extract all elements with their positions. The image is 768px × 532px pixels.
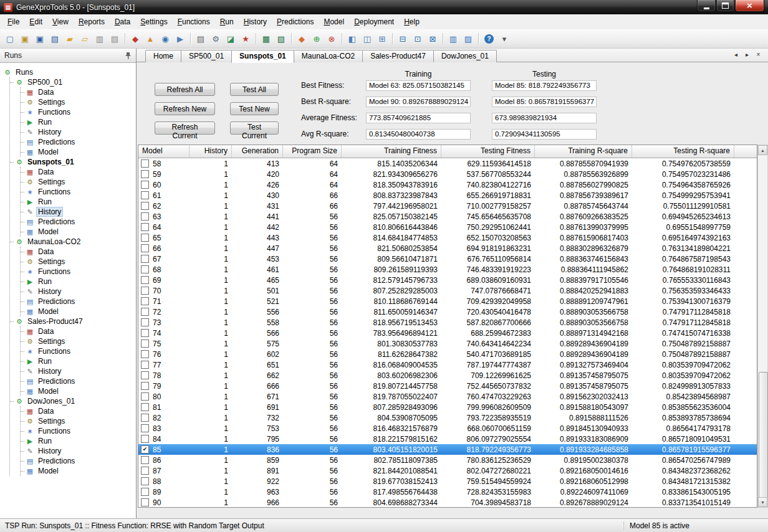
tree-run-sp500-01[interactable]: ⚙SP500_01: [10, 77, 136, 87]
model-checkbox-59[interactable]: [141, 170, 149, 178]
tree-item-dowjones-01-data[interactable]: ▦Data: [21, 406, 136, 416]
model-row-74[interactable]: 74156656783.956496894121688.259946723830…: [138, 328, 757, 338]
model-checkbox-74[interactable]: [141, 329, 149, 337]
tree-item-maunaloa-co2-model[interactable]: ▦Model: [21, 306, 136, 316]
model-row-71[interactable]: 71152156810.118686769144709.429392049958…: [138, 296, 757, 306]
grid-split-icon[interactable]: ◫: [360, 32, 374, 45]
model-row-68[interactable]: 68146156809.261589119393746.483391919223…: [138, 264, 757, 275]
menu-item-edit[interactable]: Edit: [24, 16, 47, 28]
model-checkbox-85[interactable]: ✔: [141, 445, 149, 454]
model-row-89[interactable]: 89196356817.498556764438728.824353155983…: [138, 487, 757, 497]
tree-item-maunaloa-co2-run[interactable]: ▶Run: [21, 277, 136, 287]
tree-run-dowjones-01[interactable]: ⚙DowJones_01: [10, 396, 136, 406]
column-header-generation[interactable]: Generation: [232, 145, 283, 158]
tab-dowjones-01[interactable]: DowJones_01: [433, 50, 497, 62]
deploy-icon[interactable]: ▶: [173, 32, 187, 45]
vertical-scrollbar[interactable]: ▲ ▼: [757, 145, 768, 508]
tree-item-sales-product47-functions[interactable]: ∗Functions: [21, 346, 136, 356]
tree-item-sunspots-01-data[interactable]: ▦Data: [21, 167, 136, 177]
tree-run-sunspots-01[interactable]: ⚙Sunspots_01: [10, 157, 136, 167]
save-icon[interactable]: ▣: [33, 32, 47, 45]
tree-item-dowjones-01-predictions[interactable]: ▤Predictions: [21, 456, 136, 466]
tree-item-sales-product47-data[interactable]: ▦Data: [21, 326, 136, 336]
model-checkbox-64[interactable]: [141, 223, 149, 231]
grid-model-icon[interactable]: ▨: [461, 32, 475, 45]
menu-item-reports[interactable]: Reports: [74, 16, 110, 28]
model-checkbox-81[interactable]: [141, 403, 149, 411]
model-row-82[interactable]: 82173256804.53908705095793.7223589355190…: [138, 412, 757, 423]
tree-item-sales-product47-history[interactable]: ✎History: [21, 366, 136, 376]
copy-icon[interactable]: ▥: [93, 32, 107, 45]
model-row-79[interactable]: 79166656819.807214457758752.445650737832…: [138, 381, 757, 391]
tree-item-maunaloa-co2-functions[interactable]: ∗Functions: [21, 267, 136, 277]
model-checkbox-60[interactable]: [141, 181, 149, 189]
model-checkbox-66[interactable]: [141, 244, 149, 252]
model-row-75[interactable]: 75157556801.30830537783740.6434146422340…: [138, 338, 757, 349]
model-checkbox-78[interactable]: [141, 371, 149, 379]
chart-icon[interactable]: ◪: [224, 32, 238, 45]
menu-item-view[interactable]: View: [47, 16, 74, 28]
menu-item-model[interactable]: Model: [319, 16, 349, 28]
tree-item-sales-product47-model[interactable]: ▦Model: [21, 386, 136, 396]
scroll-down-button[interactable]: ▼: [758, 497, 767, 507]
tree-item-sunspots-01-run[interactable]: ▶Run: [21, 197, 136, 207]
model-checkbox-84[interactable]: [141, 435, 149, 443]
model-row-85[interactable]: ✔85183656803.405151820015818.79224935677…: [138, 444, 757, 455]
model-row-88[interactable]: 88192256819.677038152413759.515494559924…: [138, 476, 757, 487]
tree-item-sp500-01-history[interactable]: ✎History: [21, 127, 136, 137]
help-icon[interactable]: ?: [484, 34, 494, 44]
model-checkbox-68[interactable]: [141, 265, 149, 273]
model-checkbox-71[interactable]: [141, 297, 149, 305]
model-checkbox-65[interactable]: [141, 234, 149, 242]
model-checkbox-70[interactable]: [141, 287, 149, 295]
model-checkbox-87[interactable]: [141, 467, 149, 475]
settings-gears-icon[interactable]: ⚙: [209, 32, 223, 45]
model-row-78[interactable]: 78166256803.60206982306709.122699616250.…: [138, 370, 757, 381]
model-row-81[interactable]: 81169156807.285928493096799.996082609509…: [138, 402, 757, 412]
tab-scroll-left-icon[interactable]: ◂: [731, 50, 741, 60]
highlight-icon[interactable]: ◆: [128, 32, 142, 45]
model-checkbox-89[interactable]: [141, 488, 149, 496]
tree-item-dowjones-01-functions[interactable]: ∗Functions: [21, 426, 136, 436]
menu-item-history[interactable]: History: [239, 16, 272, 28]
tree-item-sp500-01-functions[interactable]: ∗Functions: [21, 107, 136, 117]
menu-item-settings[interactable]: Settings: [135, 16, 172, 28]
model-checkbox-80[interactable]: [141, 392, 149, 401]
tab-scroll-right-icon[interactable]: ▸: [742, 50, 752, 60]
tree-item-sunspots-01-functions[interactable]: ∗Functions: [21, 187, 136, 197]
tree-item-dowjones-01-history[interactable]: ✎History: [21, 446, 136, 456]
model-row-64[interactable]: 64144256810.806616443846750.292951062441…: [138, 222, 757, 232]
import-folder-icon[interactable]: ▰: [63, 32, 77, 45]
tree-item-sp500-01-model[interactable]: ▦Model: [21, 147, 136, 157]
tree-run-maunaloa-co2[interactable]: ⚙MaunaLoa-CO2: [10, 237, 136, 247]
tree-item-dowjones-01-settings[interactable]: ⚙Settings: [21, 416, 136, 426]
button-refresh-current[interactable]: Refresh Current: [155, 121, 215, 135]
model-checkbox-79[interactable]: [141, 382, 149, 390]
toolbar-overflow-icon[interactable]: ▾: [497, 32, 511, 45]
menu-item-help[interactable]: Help: [399, 16, 425, 28]
data-filter-icon[interactable]: ⊠: [426, 32, 439, 45]
tree-run-sales-product47[interactable]: ⚙Sales-Product47: [10, 316, 136, 326]
save-all-icon[interactable]: ▤: [48, 32, 62, 45]
print-preview-icon[interactable]: ▤: [108, 32, 122, 45]
maximize-button[interactable]: [716, 0, 734, 12]
run-launch-icon[interactable]: ★: [239, 32, 252, 45]
model-checkbox-82[interactable]: [141, 414, 149, 422]
tree-item-maunaloa-co2-history[interactable]: ✎History: [21, 287, 136, 297]
tree-item-maunaloa-co2-settings[interactable]: ⚙Settings: [21, 257, 136, 267]
report-icon[interactable]: ▤: [194, 32, 208, 45]
model-row-73[interactable]: 73155856818.956719513453587.820867700666…: [138, 317, 757, 328]
grid-sum-icon[interactable]: ⊞: [375, 32, 389, 45]
model-row-67[interactable]: 67145356809.56610471871676.7651109568140…: [138, 254, 757, 264]
model-row-61[interactable]: 61143066808.837323987843655.266919718831…: [138, 190, 757, 201]
model-row-70[interactable]: 70150156807.252829285003747.078766684710…: [138, 285, 757, 296]
model-row-76[interactable]: 76160256811.62628647382540.4717036891850…: [138, 349, 757, 359]
tab-maunaloa-co2[interactable]: MaunaLoa-CO2: [294, 50, 363, 62]
button-refresh-new[interactable]: Refresh New: [155, 102, 215, 115]
new-run-icon[interactable]: ▢: [3, 32, 17, 45]
tab-sales-product47[interactable]: Sales-Product47: [362, 50, 434, 62]
tree-item-sales-product47-run[interactable]: ▶Run: [21, 356, 136, 366]
minimize-button[interactable]: [697, 0, 716, 12]
model-row-66[interactable]: 66144756821.50680253854694.9181918632310…: [138, 243, 757, 254]
excel-chart-icon[interactable]: ▧: [274, 32, 288, 45]
